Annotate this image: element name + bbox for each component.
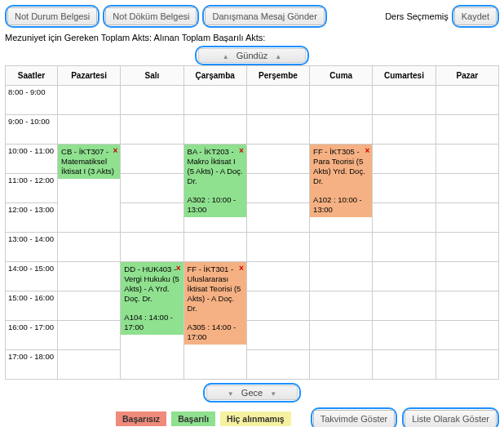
chevron-up-icon: ▲ xyxy=(223,53,229,60)
course-loc: A102 : 10:00 - 13:00 xyxy=(313,195,362,214)
chevron-up-icon: ▲ xyxy=(275,53,281,60)
time-cell: 14:00 - 15:00 xyxy=(6,262,58,291)
highlight-ring: ▲ Gündüz ▲ xyxy=(195,46,309,65)
close-icon[interactable]: × xyxy=(239,146,244,157)
highlight-ring: Kaydet xyxy=(452,5,499,28)
time-cell: 9:00 - 10:00 xyxy=(6,115,58,145)
not-dokum-button[interactable]: Not Döküm Belgesi xyxy=(105,7,197,25)
event-cell[interactable]: × DD - HUK403 - Vergi Hukuku (5 Akts) - … xyxy=(121,262,183,380)
legend-none: Hiç alınmamış xyxy=(220,411,291,426)
time-cell: 11:00 - 12:00 xyxy=(6,174,58,203)
band-label: Gündüz xyxy=(237,51,268,60)
kaydet-button[interactable]: Kaydet xyxy=(454,7,497,25)
liste-goster-button[interactable]: Liste Olarak Göster xyxy=(405,410,497,427)
course-block-ikt305[interactable]: × FF - İKT305 - Para Teorisi (5 Akts) Yr… xyxy=(310,145,372,217)
col-header: Çarşamba xyxy=(183,66,246,86)
course-text: CB - İKT307 - Matematiksel İktisat I (3 … xyxy=(61,147,114,176)
band-label: Gece xyxy=(241,388,263,398)
close-icon[interactable]: × xyxy=(239,264,244,274)
col-header: Pazartesi xyxy=(58,66,121,86)
time-cell: 10:00 - 11:00 xyxy=(6,145,58,174)
chevron-down-icon: ▼ xyxy=(270,390,276,398)
akts-summary-line: Mezuniyet için Gereken Toplam Akts: Alın… xyxy=(5,33,499,42)
event-cell[interactable]: × BA - İKT203 - Makro İktisat I (5 Akts)… xyxy=(183,145,246,233)
danismana-mesaj-button[interactable]: Danışmana Mesaj Gönder xyxy=(205,7,324,25)
event-cell[interactable]: × CB - İKT307 - Matematiksel İktisat I (… xyxy=(58,145,121,233)
gece-toggle[interactable]: ▼ Gece ▼ xyxy=(206,385,298,400)
course-block-ikt307[interactable]: × CB - İKT307 - Matematiksel İktisat I (… xyxy=(58,145,120,179)
col-header: Salı xyxy=(121,66,183,86)
time-cell: 13:00 - 14:00 xyxy=(6,233,58,262)
status-text: Ders Seçmemiş xyxy=(385,11,449,21)
close-icon[interactable]: × xyxy=(113,146,117,157)
course-text: BA - İKT203 - Makro İktisat I (5 Akts) -… xyxy=(188,147,243,185)
course-block-ikt203[interactable]: × BA - İKT203 - Makro İktisat I (5 Akts)… xyxy=(184,145,246,217)
takvimde-goster-button[interactable]: Takvimde Göster xyxy=(313,410,396,427)
chevron-down-icon: ▼ xyxy=(228,390,234,398)
table-header-row: Saatler Pazartesi Salı Çarşamba Perşembe… xyxy=(6,66,499,86)
highlight-ring: Takvimde Göster xyxy=(311,407,398,427)
course-text: FF - İKT301 - Uluslararası İktisat Teori… xyxy=(188,265,241,313)
legend-pass: Başarılı xyxy=(171,411,215,426)
event-cell[interactable]: × FF - İKT301 - Uluslararası İktisat Teo… xyxy=(183,262,246,380)
time-cell: 16:00 - 17:00 xyxy=(6,321,58,350)
highlight-ring: Liste Olarak Göster xyxy=(402,407,499,427)
course-block-huk403[interactable]: × DD - HUK403 - Vergi Hukuku (5 Akts) - … xyxy=(121,262,183,335)
col-header: Pazar xyxy=(435,66,498,86)
time-cell: 17:00 - 18:00 xyxy=(6,350,58,380)
not-durum-button[interactable]: Not Durum Belgesi xyxy=(7,7,97,25)
time-cell: 12:00 - 13:00 xyxy=(6,203,58,233)
close-icon[interactable]: × xyxy=(176,264,181,274)
close-icon[interactable]: × xyxy=(365,146,370,157)
course-text: FF - İKT305 - Para Teorisi (5 Akts) Yrd.… xyxy=(313,147,365,185)
course-block-ikt301[interactable]: × FF - İKT301 - Uluslararası İktisat Teo… xyxy=(184,262,246,345)
course-loc: A104 : 14:00 - 17:00 xyxy=(124,313,173,331)
highlight-ring: Not Döküm Belgesi xyxy=(103,5,199,28)
highlight-ring: Not Durum Belgesi xyxy=(5,5,99,28)
course-loc: A305 : 14:00 - 17:00 xyxy=(188,322,237,341)
event-cell[interactable]: × FF - İKT305 - Para Teorisi (5 Akts) Yr… xyxy=(310,145,373,233)
col-header: Saatler xyxy=(6,66,58,86)
col-header: Cumartesi xyxy=(373,66,435,86)
time-cell: 15:00 - 16:00 xyxy=(6,291,58,321)
col-header: Cuma xyxy=(310,66,373,86)
top-toolbar: Not Durum Belgesi Not Döküm Belgesi Danı… xyxy=(5,5,499,28)
highlight-ring: ▼ Gece ▼ xyxy=(203,383,301,403)
gunduz-toggle[interactable]: ▲ Gündüz ▲ xyxy=(198,48,306,63)
course-loc: A302 : 10:00 - 13:00 xyxy=(188,195,237,214)
schedule-table: Saatler Pazartesi Salı Çarşamba Perşembe… xyxy=(5,65,499,380)
course-text: DD - HUK403 - Vergi Hukuku (5 Akts) - A … xyxy=(124,265,179,303)
time-cell: 8:00 - 9:00 xyxy=(6,86,58,115)
highlight-ring: Danışmana Mesaj Gönder xyxy=(202,5,326,28)
legend-fail: Başarısız xyxy=(116,411,166,426)
legend-row: Başarısız Başarılı Hiç alınmamış Takvimd… xyxy=(5,407,499,427)
col-header: Perşembe xyxy=(246,66,309,86)
